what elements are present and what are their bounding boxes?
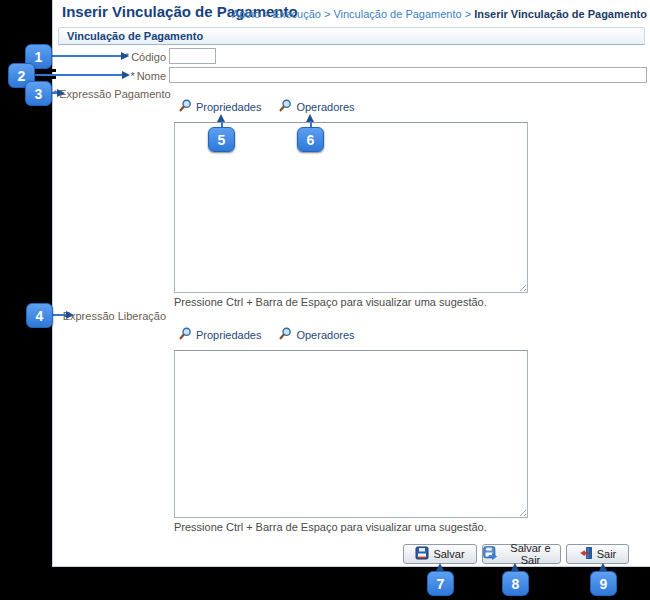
callout-arrowhead-2 [122,71,130,79]
content-page: Inserir Vinculação de Pagamento Apoio > … [52,0,650,567]
breadcrumb-trail[interactable]: Apoio > Execução > Vinculação de Pagamen… [232,8,474,20]
sair-button[interactable]: Sair [566,544,629,564]
codigo-input[interactable] [169,48,216,64]
save-icon [415,546,429,562]
operadores-link-pagamento[interactable]: Operadores [279,99,354,114]
expressao-pagamento-label: *Expressão Pagamento [53,88,166,100]
annotation-glitch-mark [35,76,56,80]
expressao-pagamento-hint: Pressione Ctrl + Barra de Espaço para vi… [174,296,487,308]
callout-badge-5: 5 [208,127,235,152]
magnifier-icon [179,327,192,342]
exit-door-icon [579,546,593,562]
propriedades-link-pagamento[interactable]: Propriedades [179,99,261,114]
callout-arrow-4 [53,314,67,316]
callout-arrow-1 [52,55,122,57]
required-mark: * [130,70,134,82]
salvar-e-sair-button[interactable]: Salvar e Sair [482,544,561,564]
operadores-link-liberacao[interactable]: Operadores [279,327,354,342]
annotation-glitch-mark [35,69,56,73]
callout-arrowhead-1 [121,52,129,60]
breadcrumb: Apoio > Execução > Vinculação de Pagamen… [232,8,647,20]
magnifier-icon [179,99,192,114]
callout-arrowhead-7 [436,563,444,571]
callout-arrowhead-8 [511,563,519,571]
callout-badge-3: 3 [25,81,52,106]
expressao-liberacao-hint: Pressione Ctrl + Barra de Espaço para vi… [174,521,487,533]
propriedades-link-liberacao[interactable]: Propriedades [179,327,261,342]
callout-arrowhead-9 [599,563,607,571]
magnifier-icon [279,327,292,342]
screenshot-root: Inserir Vinculação de Pagamento Apoio > … [0,0,650,600]
callout-badge-6: 6 [297,127,324,152]
nome-input[interactable] [169,67,647,83]
magnifier-icon [279,99,292,114]
callout-badge-4: 4 [26,303,53,328]
callout-badge-9: 9 [590,571,617,596]
callout-arrowhead-3 [57,89,65,97]
callout-badge-7: 7 [427,571,454,596]
breadcrumb-current: Inserir Vinculação de Pagamento [474,8,647,20]
expressao-liberacao-toolbar: Propriedades Operadores [179,327,355,342]
section-header: Vinculação de Pagamento [58,27,645,45]
codigo-label: *Código [53,51,166,63]
callout-badge-8: 8 [502,571,529,596]
expressao-liberacao-textarea[interactable] [174,350,528,518]
expressao-pagamento-toolbar: Propriedades Operadores [179,99,355,114]
nome-label: *Nome [53,70,166,82]
expressao-liberacao-textarea-wrap [174,350,528,518]
section-title: Vinculação de Pagamento [67,30,203,42]
callout-arrowhead-4 [66,311,74,319]
save-exit-icon [483,546,497,562]
salvar-button[interactable]: Salvar [403,544,477,564]
